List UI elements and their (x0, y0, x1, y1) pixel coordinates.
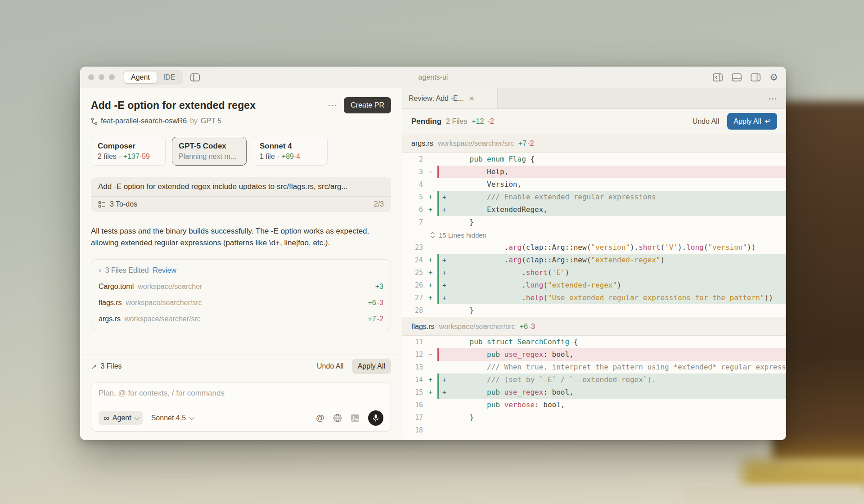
todos-label: 3 To-dos (110, 200, 137, 208)
apply-all-button[interactable]: Apply All (352, 359, 391, 374)
background-painting-sand (684, 485, 864, 504)
minimize-window-button[interactable] (99, 74, 104, 80)
agent-summary: All tests pass and the binary builds suc… (91, 225, 391, 249)
mode-tab-agent[interactable]: Agent (124, 72, 157, 83)
inline-plus-marker: + (442, 206, 446, 213)
close-icon[interactable]: × (469, 94, 474, 103)
model-card-name: Composer (98, 142, 159, 151)
globe-icon[interactable] (333, 414, 342, 423)
code-text: .short('E') (439, 266, 569, 279)
code-token: } (452, 413, 474, 422)
code-token: : bool, (543, 388, 573, 396)
close-window-button[interactable] (88, 74, 94, 80)
gear-icon[interactable]: ⚙ (770, 72, 778, 82)
code-token: pub (452, 388, 504, 396)
diff-line: 3− Help, (402, 166, 786, 178)
pending-label: Pending (411, 117, 441, 126)
model-card[interactable]: GPT-5 CodexPlanning next m... (172, 137, 247, 166)
composer-input[interactable]: Plan, @ for contexts, / for commands (99, 389, 383, 398)
line-number: 24 (402, 254, 428, 266)
edited-file-row[interactable]: args.rsworkspace/searcher/src+7-2 (91, 311, 391, 327)
line-change-marker: + (428, 191, 437, 203)
diff-file-header[interactable]: args.rsworkspace/searcher/src+7-2 (402, 134, 786, 153)
code-token: "version" (591, 243, 630, 252)
diff-file-name: args.rs (411, 134, 433, 153)
line-content: pub enum Flag { (437, 153, 786, 166)
panel-left-collapse-icon[interactable] (713, 73, 723, 81)
code-text: pub enum Flag { (437, 153, 535, 166)
code-token: use_regex (504, 350, 544, 359)
pending-removed-count: -2 (487, 117, 494, 126)
hidden-lines-label: 15 Lines hidden (439, 231, 486, 239)
composer-card[interactable]: Plan, @ for contexts, / for commands ∞ A… (91, 382, 391, 432)
model-card-stats: 2 files+137-59 (98, 153, 159, 161)
agent-mode-dropdown[interactable]: ∞ Agent (99, 411, 143, 425)
diff-file-header[interactable]: flags.rsworkspace/searcher/src+6-3 (402, 317, 786, 336)
diff-area[interactable]: args.rsworkspace/searcher/src+7-22 pub e… (402, 134, 786, 440)
model-card-name: GPT-5 Codex (179, 142, 240, 151)
branch-name[interactable]: feat-parallel-search-oswR6 (101, 117, 187, 125)
tabbar-more-button[interactable]: ⋯ (759, 93, 786, 104)
pending-added-count: +12 (472, 117, 484, 126)
image-icon[interactable] (351, 414, 360, 422)
undo-all-button[interactable]: Undo All (317, 362, 344, 370)
review-apply-all-button[interactable]: Apply All ↵ (727, 113, 777, 130)
line-number: 26 (402, 279, 428, 292)
line-change-marker: − (428, 166, 437, 178)
code-token: /// When true, interpret the pattern usi… (452, 363, 786, 371)
microphone-button[interactable] (368, 410, 383, 426)
files-bar-label[interactable]: 3 Files (100, 362, 122, 370)
line-change-marker (428, 178, 437, 191)
line-number: 2 (402, 153, 428, 166)
model-card[interactable]: Sonnet 41 file+89-4 (253, 137, 328, 166)
more-options-button[interactable]: ⋯ (328, 101, 337, 110)
todo-list-icon (98, 201, 106, 208)
removed-count: -2 (377, 315, 383, 323)
code-token: . (452, 256, 508, 264)
model-card-status: Planning next m... (179, 153, 236, 161)
code-text: /// Enable extended regular expressions (439, 191, 656, 203)
code-token: pub (452, 350, 504, 359)
line-content: Version, (437, 178, 786, 191)
dot-separator (278, 156, 279, 158)
files-edited-header[interactable]: › 3 Files Edited Review (91, 262, 391, 279)
files-edited-card: › 3 Files Edited Review Cargo.tomlworksp… (91, 259, 391, 330)
files-edited-list: Cargo.tomlworkspace/searcher+3flags.rswo… (91, 279, 391, 327)
review-tab[interactable]: Review: Add -E... × (402, 88, 498, 108)
line-content: } (437, 411, 786, 424)
code-token: ( (704, 243, 708, 252)
create-pr-button[interactable]: Create PR (344, 97, 391, 113)
traffic-lights[interactable] (88, 74, 115, 80)
panel-right-icon[interactable] (751, 73, 760, 81)
sidebar-toggle-icon[interactable] (190, 73, 200, 81)
edited-file-row[interactable]: flags.rsworkspace/searcher/src+6-3 (91, 295, 391, 311)
code-token: (clap::Arg::new( (522, 256, 591, 264)
panel-bottom-icon[interactable] (732, 73, 742, 81)
line-change-marker (428, 336, 437, 348)
model-dropdown[interactable]: Sonnet 4.5 (151, 414, 193, 422)
model-card[interactable]: Composer2 files+137-59 (91, 137, 166, 166)
diff-line: 4 Version, (402, 178, 786, 191)
task-text: Add -E option for extended regex include… (91, 177, 391, 197)
hidden-lines-expander[interactable]: 15 Lines hidden (402, 229, 786, 241)
code-token: ( (660, 243, 665, 252)
line-change-marker: − (428, 348, 437, 361)
review-link[interactable]: Review (153, 266, 176, 274)
code-token: short (526, 268, 548, 277)
line-change-marker: + (428, 203, 437, 216)
edited-file-row[interactable]: Cargo.tomlworkspace/searcher+3 (91, 279, 391, 295)
added-count: +6 (520, 317, 528, 336)
line-content: pub verbose: bool, (437, 399, 786, 411)
mention-icon[interactable]: @ (316, 413, 324, 423)
zoom-window-button[interactable] (109, 74, 115, 80)
review-undo-all-button[interactable]: Undo All (693, 117, 720, 126)
code-token: /// (set by `-E` / `--extended-regex`). (452, 375, 656, 384)
diff-file-diffstat: +7-2 (518, 134, 534, 153)
task-box[interactable]: Add -E option for extended regex include… (91, 177, 391, 212)
added-count: +7 (368, 315, 376, 323)
model-card-files: 1 file (260, 153, 275, 161)
line-number: 16 (402, 399, 428, 411)
line-number: 23 (402, 241, 428, 254)
mode-tab-ide[interactable]: IDE (157, 72, 182, 83)
model-card-diffstat: +89-4 (282, 153, 300, 161)
